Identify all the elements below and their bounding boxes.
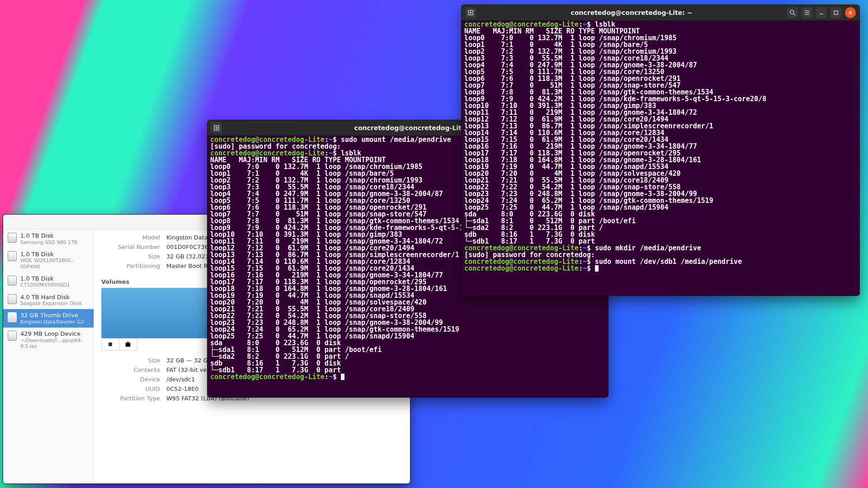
vol-uuid-label: UUID <box>101 385 160 392</box>
sidebar-item-disk[interactable]: 429 MB Loop Device~/Downloads/f…apup64-9… <box>3 328 94 352</box>
disk-icon <box>8 294 17 304</box>
disk-sub: Seagate Expansion Desk <box>20 300 82 306</box>
terminal-body[interactable]: concretedog@concretedog-Lite:~$ lsblk NA… <box>462 20 859 296</box>
volume-toolbar <box>101 338 137 351</box>
terminal-window-top: concretedog@concretedog-Lite: ~ concrete… <box>462 5 859 296</box>
disk-sub: Samsung SSD 980 1TB <box>20 239 77 245</box>
disk-icon <box>8 331 17 341</box>
terminal-title: concretedog@concretedog-Lite: ~ <box>480 9 783 16</box>
vol-ptype-label: Partition Type <box>101 395 160 402</box>
svg-rect-0 <box>108 343 112 346</box>
stop-button[interactable] <box>102 338 119 350</box>
disk-icon <box>8 276 17 286</box>
gear-button[interactable] <box>119 338 137 350</box>
vol-size-label: Size <box>101 357 160 364</box>
disk-name: 4.0 TB Hard Disk <box>20 294 82 301</box>
vol-contents-label: Contents <box>101 366 160 373</box>
partitioning-label: Partitioning <box>101 263 160 269</box>
disk-icon <box>8 251 17 261</box>
menu-icon[interactable] <box>802 7 812 18</box>
disk-name: 1.0 TB Disk <box>20 275 70 282</box>
disk-name: 429 MB Loop Device <box>20 330 89 338</box>
sidebar-item-disk[interactable]: 1.0 TB DiskCT1000MX500SSD1 <box>3 272 94 291</box>
terminal-titlebar[interactable]: concretedog@concretedog-Lite: ~ <box>462 5 859 20</box>
maximize-icon[interactable] <box>830 7 841 18</box>
close-icon[interactable] <box>845 7 856 18</box>
svg-point-4 <box>790 10 794 14</box>
disk-sub: CT1000MX500SSD1 <box>20 282 70 288</box>
sidebar-item-disk[interactable]: 1.0 TB DiskSamsung SSD 980 1TB <box>3 230 94 248</box>
size-label: Size <box>101 253 160 260</box>
serial-label: Serial Number <box>101 244 160 250</box>
disk-name: 1.0 TB Disk <box>20 232 77 239</box>
disk-sub: WDC WDS100T2B0C-00PXH0 <box>20 258 89 269</box>
vol-device-label: Device <box>101 376 160 383</box>
disk-sub: ~/Downloads/f…apup64-9.5.iso <box>20 338 89 349</box>
disk-name: 1.0 TB Disk <box>20 251 89 258</box>
svg-rect-5 <box>834 11 838 14</box>
search-icon[interactable] <box>787 7 798 18</box>
disk-name: 32 GB Thumb Drive <box>20 312 84 319</box>
svg-rect-1 <box>126 343 130 347</box>
disk-icon <box>8 312 17 322</box>
sidebar-item-disk[interactable]: 1.0 TB DiskWDC WDS100T2B0C-00PXH0 <box>3 248 94 272</box>
model-label: Model <box>101 234 160 241</box>
new-tab-icon[interactable] <box>465 7 476 18</box>
minimize-icon[interactable] <box>816 7 827 18</box>
disk-sub: Kingston DataTraveler G2 <box>20 319 84 325</box>
new-tab-icon[interactable] <box>211 122 222 133</box>
sidebar-item-disk[interactable]: 4.0 TB Hard DiskSeagate Expansion Desk <box>3 291 94 310</box>
disks-sidebar: 1.0 TB DiskSamsung SSD 980 1TB1.0 TB Dis… <box>3 230 94 483</box>
disk-icon <box>8 233 17 243</box>
sidebar-item-disk[interactable]: 32 GB Thumb DriveKingston DataTraveler G… <box>3 309 94 328</box>
